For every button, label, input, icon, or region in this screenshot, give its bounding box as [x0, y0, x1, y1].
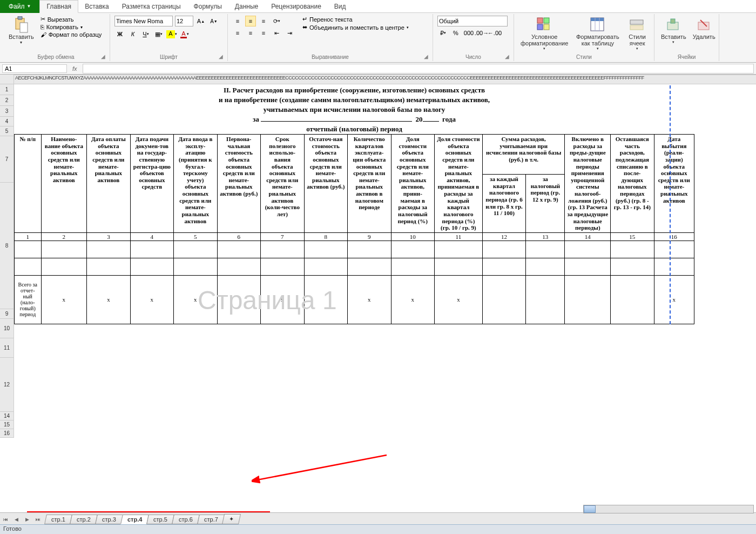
- sheet-tab-стр.3[interactable]: стр.3: [95, 515, 123, 524]
- col-header-5: Дата ввода в эксплу-атацию (принятия к б…: [174, 135, 217, 233]
- increase-decimal-button[interactable]: .00→: [476, 28, 487, 38]
- underline-button[interactable]: Ч▾: [140, 29, 151, 39]
- delete-cells-button[interactable]: Удалить: [690, 15, 719, 45]
- fx-icon[interactable]: fx: [69, 65, 80, 72]
- group-label-styles: Стили: [514, 54, 654, 60]
- comma-button[interactable]: 000: [463, 28, 474, 38]
- group-label-font: Шрифт: [110, 54, 227, 60]
- formula-input[interactable]: [83, 64, 754, 74]
- sheet-tabs-bar: ⏮ ◀ ▶ ⏭ стр.1стр.2стр.3стр.4стр.5стр.6ст…: [0, 512, 756, 524]
- tab-formulas[interactable]: Формулы: [187, 1, 228, 12]
- svg-rect-4: [544, 18, 549, 23]
- col-header-2: Наимено-вание объекта основных средств и…: [41, 135, 87, 233]
- cut-button[interactable]: ✂ Вырезать: [39, 15, 103, 23]
- data-row[interactable]: [15, 241, 694, 258]
- col-header-11: Доля стоимости объекта основных средств …: [435, 135, 483, 233]
- formula-bar: fx: [0, 63, 756, 75]
- select-all-corner[interactable]: [0, 75, 14, 84]
- col-header-10: Доля стоимости объекта основных средств …: [391, 135, 434, 233]
- paste-icon: [12, 16, 30, 34]
- sheet-tab-стр.7[interactable]: стр.7: [197, 515, 225, 524]
- merge-center-button[interactable]: ⬌ Объединить и поместить в центре ▾: [301, 23, 410, 31]
- page-break-line: [670, 85, 671, 324]
- ribbon-tabs: Файл ▼ Главная Вставка Разметка страницы…: [0, 0, 756, 13]
- align-top-button[interactable]: ≡: [232, 16, 243, 26]
- document-table: II. Расчет расходов на приобретение (соо…: [14, 85, 694, 324]
- svg-rect-6: [544, 24, 549, 30]
- font-name-select[interactable]: [114, 16, 173, 26]
- align-right-button[interactable]: ≡: [258, 28, 269, 38]
- copy-button[interactable]: ⎘ Копировать▾: [39, 23, 103, 31]
- tab-home[interactable]: Главная: [39, 0, 78, 13]
- svg-rect-5: [537, 24, 543, 30]
- shrink-font-button[interactable]: A▼: [208, 16, 219, 26]
- sheet-nav-prev[interactable]: ◀: [11, 515, 21, 524]
- svg-rect-2: [20, 23, 28, 32]
- scroll-thumb[interactable]: [584, 505, 596, 513]
- col-header-3: Дата оплаты объекта основных средств или…: [87, 135, 130, 233]
- tab-data[interactable]: Данные: [228, 1, 265, 12]
- grow-font-button[interactable]: A▲: [195, 16, 206, 26]
- sheet-nav-next[interactable]: ▶: [22, 515, 32, 524]
- grid-area[interactable]: AECEFCHIJKLMNCFCSTUWXYZAAAAAAAAAAAAAAAAA…: [0, 75, 756, 496]
- insert-icon: [665, 16, 682, 34]
- number-format-select[interactable]: [437, 16, 508, 26]
- ribbon: Вставить▾ ✂ Вырезать ⎘ Копировать▾ 🖌 Фор…: [0, 13, 756, 63]
- table-icon: [589, 16, 606, 34]
- col-header-16: Дата выбытия (реали-зации) объекта основ…: [654, 135, 694, 233]
- align-center-button[interactable]: ≡: [245, 28, 256, 38]
- format-painter-button[interactable]: 🖌 Формат по образцу: [39, 31, 103, 38]
- orientation-button[interactable]: ⟳▾: [271, 16, 282, 26]
- svg-rect-8: [591, 18, 604, 21]
- horizontal-scrollbar[interactable]: [583, 505, 754, 513]
- bold-button[interactable]: Ж: [114, 29, 125, 39]
- paste-button[interactable]: Вставить▾: [5, 15, 37, 46]
- sheet-tab-стр.6[interactable]: стр.6: [172, 515, 200, 524]
- dialog-launcher-icon[interactable]: ◢: [424, 54, 430, 60]
- sheet-nav-first[interactable]: ⏮: [1, 515, 10, 524]
- insert-cells-button[interactable]: Вставить▾: [658, 15, 690, 45]
- tab-page-layout[interactable]: Разметка страницы: [116, 1, 187, 12]
- fill-color-button[interactable]: A▾: [166, 29, 177, 39]
- tab-review[interactable]: Рецензирование: [265, 1, 328, 12]
- cell-styles-button[interactable]: Стили ячеек▾: [624, 15, 651, 52]
- title-line-1: II. Расчет расходов на приобретение (соо…: [15, 85, 694, 95]
- dialog-launcher-icon[interactable]: ◢: [219, 54, 225, 60]
- align-bottom-button[interactable]: ≡: [258, 16, 269, 26]
- sheet-tab-стр.2[interactable]: стр.2: [70, 515, 98, 524]
- font-size-select[interactable]: [175, 16, 193, 26]
- conditional-formatting-button[interactable]: Условное форматирование▾: [517, 15, 571, 52]
- indent-decrease-button[interactable]: ⇤: [271, 28, 282, 38]
- sheet-tab-стр.1[interactable]: стр.1: [44, 515, 72, 524]
- svg-rect-12: [630, 25, 643, 30]
- col-header-13: за налоговый период (гр. 12 x гр. 9): [526, 175, 565, 233]
- sheet-nav-last[interactable]: ⏭: [33, 515, 43, 524]
- italic-button[interactable]: К: [127, 29, 138, 39]
- dialog-launcher-icon[interactable]: ◢: [505, 54, 511, 60]
- tab-view[interactable]: Вид: [328, 1, 353, 12]
- align-left-button[interactable]: ≡: [232, 28, 243, 38]
- data-row[interactable]: [15, 258, 694, 275]
- sheet-tab-стр.5[interactable]: стр.5: [146, 515, 174, 524]
- currency-button[interactable]: ₽▾: [437, 28, 448, 38]
- dialog-launcher-icon[interactable]: ◢: [101, 54, 107, 60]
- wrap-text-button[interactable]: ↵ Перенос текста: [301, 15, 410, 23]
- col-header-1: № п/п: [15, 135, 42, 233]
- col-header-6: Первона-чальная стоимость объекта основн…: [217, 135, 260, 233]
- name-box[interactable]: [2, 64, 67, 73]
- annotation-arrow: [252, 453, 392, 485]
- sheet-tab-стр.4[interactable]: стр.4: [120, 515, 149, 524]
- format-as-table-button[interactable]: Форматировать как таблицу▾: [571, 15, 624, 52]
- decrease-decimal-button[interactable]: ←.00: [489, 28, 500, 38]
- border-button[interactable]: ▦▾: [153, 29, 164, 39]
- file-tab[interactable]: Файл ▼: [0, 0, 39, 13]
- tab-insert[interactable]: Вставка: [78, 1, 116, 12]
- new-sheet-button[interactable]: ✦: [222, 514, 241, 524]
- column-headers[interactable]: AECEFCHIJKLMNCFCSTUWXYZAAAAAAAAAAAAAAAAA…: [14, 75, 756, 84]
- row-headers[interactable]: 1 2 3 4 5 7 8 9 10 11 12 14 15 16: [0, 84, 14, 438]
- align-middle-button[interactable]: ≡: [245, 16, 256, 26]
- total-row: Всего за отчет-ный (нало-говый) период x…: [15, 275, 694, 324]
- indent-increase-button[interactable]: ⇥: [284, 28, 295, 38]
- percent-button[interactable]: %: [450, 28, 461, 38]
- font-color-button[interactable]: A▾: [179, 29, 190, 39]
